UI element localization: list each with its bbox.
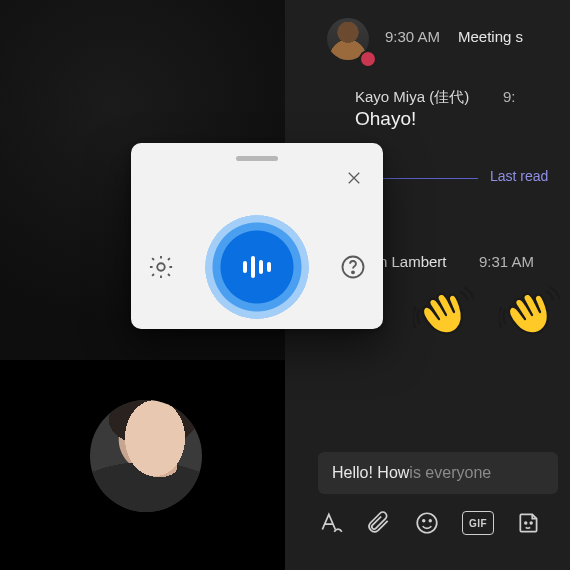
message-subject: Meeting s <box>458 28 523 45</box>
meeting-screen: 9:30 AM Meeting s Kayo Miya (佳代) 9: Ohay… <box>0 0 570 570</box>
svg-point-2 <box>429 520 431 522</box>
dictation-help-button[interactable] <box>339 253 367 281</box>
svg-point-1 <box>423 520 425 522</box>
dictate-mic-icon <box>221 231 293 303</box>
compose-suggestion-text: is everyone <box>409 464 491 482</box>
gif-label: GIF <box>469 518 487 529</box>
dictation-settings-button[interactable] <box>147 253 175 281</box>
sticker-icon[interactable] <box>516 510 542 536</box>
svg-point-3 <box>525 522 527 524</box>
message-timestamp: 9:30 AM <box>385 28 440 45</box>
sender-name: n Lambert <box>379 253 447 270</box>
gif-icon[interactable]: GIF <box>462 511 494 535</box>
message-body: Ohayo! <box>355 108 416 130</box>
compose-toolbar: GIF <box>318 510 542 536</box>
wave-emoji-icon <box>413 280 477 344</box>
message-timestamp: 9: <box>503 88 516 105</box>
presence-indicator <box>359 50 377 68</box>
format-icon[interactable] <box>318 510 344 536</box>
participant-avatar <box>90 400 202 512</box>
message-body-emoji <box>413 280 563 344</box>
message-timestamp: 9:31 AM <box>479 253 534 270</box>
emoji-icon[interactable] <box>414 510 440 536</box>
sender-name: Kayo Miya (佳代) <box>355 88 469 107</box>
compose-input[interactable]: Hello! How is everyone <box>318 452 558 494</box>
dictate-toggle-button[interactable] <box>205 215 309 319</box>
dictation-panel[interactable] <box>131 143 383 329</box>
svg-point-5 <box>157 263 164 270</box>
drag-handle[interactable] <box>236 156 278 161</box>
svg-point-7 <box>352 271 354 273</box>
attach-icon[interactable] <box>366 510 392 536</box>
wave-emoji-icon <box>499 280 563 344</box>
compose-typed-text: Hello! How <box>332 464 409 482</box>
svg-point-4 <box>530 522 532 524</box>
close-button[interactable] <box>345 169 363 187</box>
last-read-label: Last read <box>490 168 548 184</box>
svg-point-0 <box>417 513 437 533</box>
